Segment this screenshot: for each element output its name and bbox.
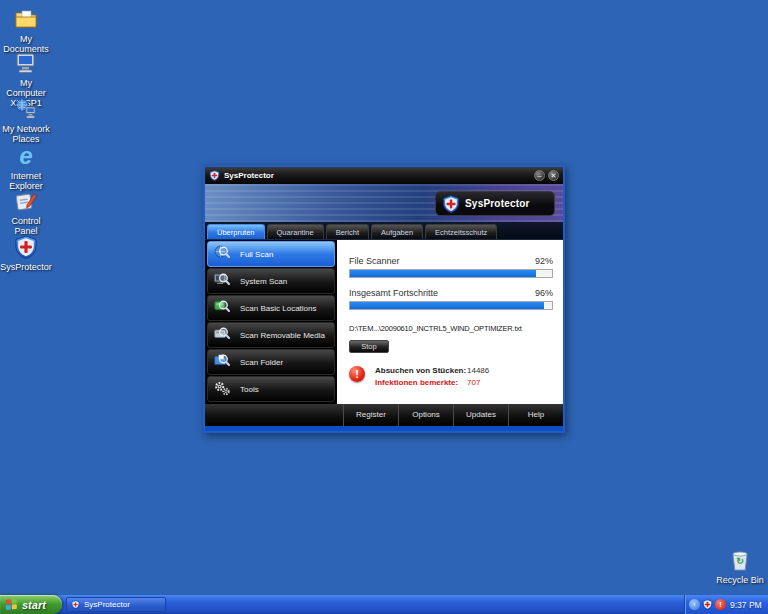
window-title: SysProtector [224, 171, 531, 180]
tools-gears-icon [213, 379, 233, 399]
logo-text: SysProtector [465, 198, 530, 209]
tray-alert-icon[interactable]: ! [715, 599, 726, 610]
desktop-icon-sysprotector[interactable]: SysProtector [0, 234, 52, 272]
control-panel-icon [13, 188, 39, 214]
infections-value: 707 [467, 378, 480, 387]
window-footer: Register Options Updates Help [205, 404, 563, 426]
sidebar-item-scan-removable-media[interactable]: Scan Removable Media [207, 322, 335, 348]
task-shield-icon [71, 600, 80, 609]
alert-icon: ! [349, 366, 365, 382]
overall-progressbar [349, 301, 553, 310]
my-network-icon [13, 96, 39, 122]
taskbar-task-sysprotector[interactable]: SysProtector [66, 597, 166, 612]
my-computer-icon [13, 50, 39, 76]
file-scanner-percent: 92% [535, 256, 553, 266]
overall-progress-percent: 96% [535, 288, 553, 298]
window-titlebar[interactable]: SysProtector – ✕ [205, 167, 563, 184]
system-tray: ‹ ! 9:37 PM [684, 595, 768, 614]
current-file-path: D:\TEM...\20090610_INCTRL5_WIND_OPTIMIZE… [349, 324, 553, 333]
recycle-bin-label: Recycle Bin [714, 575, 766, 585]
sidebar-item-system-scan[interactable]: System Scan [207, 268, 335, 294]
updates-button[interactable]: Updates [453, 404, 508, 426]
sysprotector-shield-icon [13, 234, 39, 260]
system-scan-icon [213, 271, 233, 291]
sidebar-item-scan-basic-locations[interactable]: Scan Basic Locations [207, 295, 335, 321]
tab-quarantine[interactable]: Quarantine [267, 224, 324, 239]
titlebar-shield-icon [209, 170, 220, 181]
my-documents-icon [13, 6, 39, 32]
tab-bar: Überpruten Quarantine Bericht Aufgaben E… [205, 222, 563, 240]
scanned-items-row: Absuchen von Stücken: 14486 [375, 366, 489, 375]
windows-flag-icon [5, 598, 18, 611]
desktop-icon-my-documents[interactable]: My Documents [0, 6, 52, 54]
internet-explorer-icon: e [13, 143, 39, 169]
tray-collapse-icon[interactable]: ‹ [689, 599, 700, 610]
register-button[interactable]: Register [343, 404, 398, 426]
tab-bericht[interactable]: Bericht [326, 224, 369, 239]
scan-panel: File Scanner 92% Insgesamt Fortschritte … [337, 240, 563, 404]
tray-shield-icon[interactable] [702, 599, 713, 610]
scan-basic-locations-icon [213, 298, 233, 318]
logo-shield-icon [442, 195, 460, 213]
scan-folder-icon [213, 352, 233, 372]
options-button[interactable]: Options [398, 404, 453, 426]
infections-row: Infektionen bemerkte: 707 [375, 378, 489, 387]
scanned-items-value: 14486 [467, 366, 489, 375]
desktop-icon-internet-explorer[interactable]: e Internet Explorer [0, 143, 52, 191]
desktop-icon-control-panel[interactable]: Control Panel [0, 188, 52, 236]
svg-text:↻: ↻ [736, 556, 744, 566]
sidebar-item-full-scan[interactable]: Full Scan [207, 241, 335, 267]
tab-uberpruten[interactable]: Überpruten [207, 224, 265, 239]
start-button[interactable]: start [0, 595, 62, 614]
desktop-icon-recycle-bin[interactable]: ↻ Recycle Bin [714, 547, 766, 585]
window-banner: SysProtector [205, 184, 563, 222]
window-bottom-strip [205, 426, 563, 431]
file-scanner-progressbar [349, 269, 553, 278]
scan-removable-media-icon [213, 325, 233, 345]
desktop-icon-my-network-places[interactable]: My Network Places [0, 96, 52, 144]
logo-badge: SysProtector [435, 191, 555, 216]
sidebar-item-scan-folder[interactable]: Scan Folder [207, 349, 335, 375]
close-button[interactable]: ✕ [548, 170, 559, 181]
start-label: start [22, 599, 46, 611]
sidebar-item-tools[interactable]: Tools [207, 376, 335, 402]
full-scan-icon [213, 244, 233, 264]
file-scanner-label: File Scanner [349, 256, 400, 266]
tab-aufgaben[interactable]: Aufgaben [371, 224, 423, 239]
help-button[interactable]: Help [508, 404, 563, 426]
scan-sidebar: Full Scan System Scan Scan Basic Locatio… [205, 240, 337, 404]
taskbar-clock: 9:37 PM [730, 600, 762, 610]
stop-button[interactable]: Stop [349, 340, 389, 353]
minimize-button[interactable]: – [534, 170, 545, 181]
overall-progress-label: Insgesamt Fortschritte [349, 288, 438, 298]
sysprotector-window: SysProtector – ✕ SysProtector Überpruten… [203, 165, 565, 433]
recycle-bin-icon: ↻ [727, 547, 753, 573]
tab-echtzeitsschutz[interactable]: Echtzeitsschutz [425, 224, 497, 239]
taskbar: start SysProtector ‹ ! 9:37 PM [0, 595, 768, 614]
